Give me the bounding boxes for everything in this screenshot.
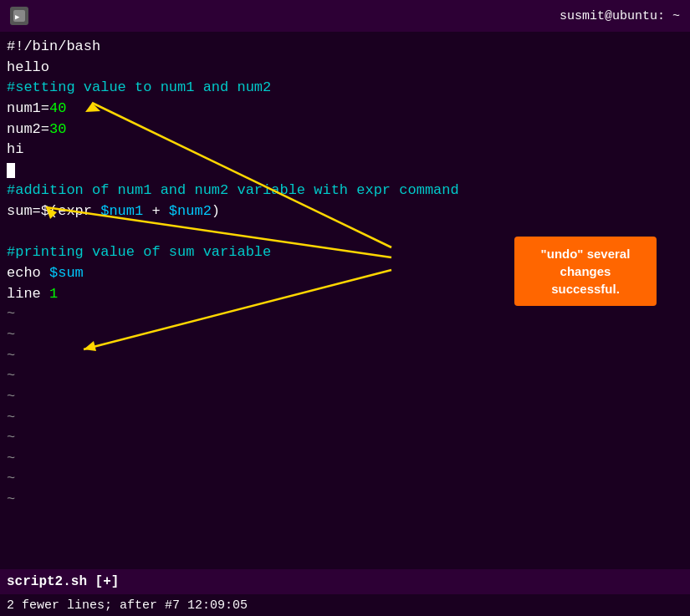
code-line-3: #setting value to num1 and num2 [7,78,683,99]
sum-ref: $sum [49,265,84,281]
num2-ref: $num2 [169,203,212,219]
tilde-8: ~ [7,449,683,470]
annotation-box: "undo" severalchanges successful. [514,237,657,306]
line-num: 1 [49,286,58,302]
status-bar: script2.sh [+] [0,569,690,594]
tilde-10: ~ [7,490,683,511]
code-line-7 [7,160,683,181]
echo-cmd: echo [7,265,49,281]
hi-text: hi [7,141,23,157]
comment-3: #printing value of sum variable [7,244,271,260]
tilde-6: ~ [7,408,683,429]
svg-text:▶: ▶ [15,13,20,21]
num1-ref: $num1 [100,203,143,219]
hello-text: hello [7,59,49,75]
code-line-4: num1=40 [7,99,683,120]
status-message: 2 fewer lines; after #7 12:09:05 [7,598,248,613]
tilde-1: ~ [7,304,683,325]
tilde-2: ~ [7,325,683,346]
num2-value: 30 [49,121,66,137]
terminal-icon: ▶ [10,7,28,25]
filename-status: script2.sh [+] [7,574,119,589]
num2-label: num2= [7,121,49,137]
code-line-2: hello [7,58,683,79]
line-text: line [7,286,49,302]
plus-op: + [143,203,169,219]
username-display: susmit@ubuntu: ~ [560,9,680,23]
sum-close: ) [212,203,220,219]
code-line-9: sum=$(expr $num1 + $num2) [7,201,683,222]
num1-value: 40 [49,100,66,116]
code-line-5: num2=30 [7,120,683,140]
tilde-5: ~ [7,387,683,408]
num1-label: num1= [7,100,49,116]
tilde-7: ~ [7,428,683,449]
title-bar: ▶ susmit@ubuntu: ~ [0,0,690,32]
shebang: #!/bin/bash [7,38,100,54]
tilde-3: ~ [7,346,683,367]
cursor-block [7,163,15,178]
code-line-6: hi [7,140,683,160]
tilde-9: ~ [7,469,683,490]
tilde-4: ~ [7,366,683,387]
bottom-bar: 2 fewer lines; after #7 12:09:05 [0,594,690,616]
code-line-8: #addition of num1 and num2 variable with… [7,181,683,201]
sum-assign: sum=$(expr [7,203,100,219]
code-line-1: #!/bin/bash [7,37,683,58]
comment-2: #addition of num1 and num2 variable with… [7,182,459,198]
comment-1: #setting value to num1 and num2 [7,79,271,95]
editor-area: #!/bin/bash hello #setting value to num1… [0,32,690,569]
